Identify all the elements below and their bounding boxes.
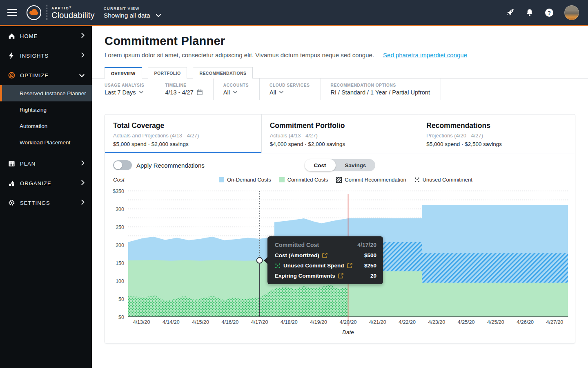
- svg-text:50: 50: [118, 296, 124, 302]
- help-icon[interactable]: ?: [545, 8, 554, 17]
- legend-committed-costs: Committed Costs: [279, 177, 328, 183]
- svg-text:4/26/20: 4/26/20: [517, 319, 534, 325]
- chart-tooltip: Committed Cost 4/17/20 Cost (Amortized) …: [267, 236, 383, 284]
- chevron-down-icon: [279, 91, 283, 94]
- tooltip-row-cost-amortized: Cost (Amortized) $500: [275, 252, 376, 258]
- filter-recommendation-options[interactable]: RECOMMENDATION OPTIONS RI / Standard / 1…: [321, 79, 441, 100]
- sidebar-item-workload-placement[interactable]: Workload Placement: [0, 134, 92, 150]
- svg-text:4/13/20: 4/13/20: [133, 319, 150, 325]
- svg-text:4/22/20: 4/22/20: [399, 319, 416, 325]
- chevron-right-icon: [81, 52, 85, 59]
- filter-cloud-services[interactable]: CLOUD SERVICES All: [260, 79, 321, 100]
- dots-swatch: [414, 177, 420, 182]
- page-description: Lorem ipsum dolor sit amet, consectetur …: [105, 52, 374, 58]
- svg-text:4/27/20: 4/27/20: [546, 319, 564, 325]
- sidebar-item-rightsizing[interactable]: Rightsizing: [0, 101, 92, 118]
- apply-recommendations-toggle[interactable]: [113, 160, 132, 170]
- home-icon: [8, 32, 15, 40]
- toggle-label: Apply Recommendations: [136, 162, 205, 169]
- external-link-icon[interactable]: [322, 253, 327, 258]
- tab-overview[interactable]: OVERVIEW: [105, 67, 142, 79]
- legend-row: Cost On-Demand Costs Committed Costs Com…: [105, 173, 575, 183]
- tab-recommendations[interactable]: RECOMMENDATIONS: [193, 67, 253, 79]
- legend-commit-recommendation: Commit Recommendation: [336, 177, 406, 183]
- segment-savings[interactable]: Savings: [336, 159, 376, 171]
- legend-unused-commitment: Unused Commitment: [414, 177, 472, 183]
- calendar-grid-icon: [8, 160, 15, 167]
- tooltip-date: 4/17/20: [357, 242, 376, 248]
- segment-cost[interactable]: Cost: [305, 159, 336, 171]
- page-title: Commitment Planner: [92, 34, 588, 48]
- card-commitment-portfolio[interactable]: Commitment Portfolio Actuals (4/13 - 4/2…: [262, 114, 419, 153]
- svg-text:4/25/20: 4/25/20: [458, 319, 475, 325]
- svg-text:300: 300: [116, 206, 124, 212]
- cloudability-logo: APPTIO® Cloudability: [26, 5, 95, 20]
- lightning-icon: [8, 52, 15, 59]
- tooltip-row-expiring-commitments: Expiring Commitments 20: [275, 273, 376, 279]
- svg-text:$0: $0: [118, 314, 124, 320]
- sidebar: HOME INSIGHTS OPTIMIZE Reserved Instance…: [0, 26, 92, 368]
- svg-text:200: 200: [116, 242, 124, 248]
- sidebar-item-label: INSIGHTS: [20, 53, 49, 59]
- sidebar-item-optimize[interactable]: OPTIMIZE: [0, 65, 92, 85]
- sidebar-item-settings[interactable]: SETTINGS: [0, 193, 92, 213]
- chevron-right-icon: [81, 180, 85, 186]
- gear-icon: [8, 199, 15, 206]
- user-avatar[interactable]: [564, 5, 579, 20]
- sidebar-item-automation[interactable]: Automation: [0, 118, 92, 134]
- svg-text:100: 100: [116, 278, 124, 284]
- svg-text:4/16/20: 4/16/20: [222, 319, 239, 325]
- solid-blue-swatch: [219, 177, 224, 182]
- svg-text:4/15/20: 4/15/20: [192, 319, 209, 325]
- filter-usage-analysis[interactable]: USAGE ANALYSIS Last 7 Days: [105, 79, 155, 100]
- svg-text:4/14/20: 4/14/20: [163, 319, 180, 325]
- chart-area[interactable]: $35030025020015010050$04/13/204/14/204/1…: [105, 183, 575, 343]
- shapes-icon: [8, 180, 15, 187]
- chart-legend: On-Demand Costs Committed Costs Commit R…: [219, 177, 472, 183]
- sidebar-item-insights[interactable]: INSIGHTS: [0, 46, 92, 65]
- sidebar-item-label: HOME: [20, 33, 38, 39]
- svg-text:250: 250: [116, 224, 124, 230]
- filter-accounts[interactable]: ACCOUNTS All: [214, 79, 260, 100]
- rocket-icon[interactable]: [506, 8, 514, 17]
- tab-portfolio[interactable]: PORTFOLIO: [148, 67, 187, 79]
- description-link[interactable]: Sed pharetra imperdiet congue: [383, 52, 467, 58]
- chevron-down-icon: [79, 72, 85, 79]
- current-view-value: Showing all data: [104, 12, 150, 19]
- chevron-right-icon: [81, 160, 85, 167]
- menu-icon[interactable]: [7, 9, 17, 16]
- card-recommendations[interactable]: Recommendations Projections (4/20 - 4/27…: [418, 114, 575, 153]
- chevron-right-icon: [81, 33, 85, 39]
- filter-timeline[interactable]: TIMELINE 4/13 - 4/27: [155, 79, 213, 100]
- summary-cards: Total Coverage Actuals and Projections (…: [105, 114, 575, 153]
- external-link-icon[interactable]: [338, 273, 343, 278]
- solid-green-swatch: [279, 177, 285, 182]
- sidebar-item-home[interactable]: HOME: [0, 26, 92, 46]
- svg-text:4/20/20: 4/20/20: [340, 319, 357, 325]
- sidebar-item-organize[interactable]: ORGANIZE: [0, 173, 92, 193]
- brand-small: APPTIO: [51, 6, 69, 10]
- chevron-down-icon: [139, 91, 143, 94]
- main-content: Commitment Planner Lorem ipsum dolor sit…: [92, 26, 588, 368]
- svg-text:150: 150: [116, 260, 124, 266]
- hatch-swatch: [336, 177, 342, 183]
- chevron-right-icon: [81, 200, 85, 206]
- card-total-coverage[interactable]: Total Coverage Actuals and Projections (…: [105, 114, 262, 153]
- logo-divider: [47, 5, 47, 20]
- cost-savings-switcher: Cost Savings: [305, 159, 376, 171]
- tooltip-row-unused-commit-spend: Unused Commit Spend $250: [275, 263, 376, 269]
- brand-mark: ®: [69, 6, 72, 8]
- sidebar-item-plan[interactable]: PLAN: [0, 154, 92, 173]
- brand-product: Cloudability: [51, 11, 95, 19]
- cloud-logo-icon: [26, 5, 42, 20]
- chart-controls: Apply Recommendations Cost Savings: [105, 153, 575, 173]
- sidebar-item-label: PLAN: [20, 161, 36, 167]
- external-link-icon[interactable]: [347, 263, 352, 268]
- svg-text:Date: Date: [342, 329, 354, 335]
- notifications-bell-icon[interactable]: [525, 8, 534, 17]
- coverage-panel: Total Coverage Actuals and Projections (…: [105, 114, 575, 343]
- tooltip-title: Committed Cost: [275, 242, 319, 248]
- sidebar-item-reserved-instance-planner[interactable]: Reserved Instance Planner: [0, 85, 92, 101]
- chevron-down-icon: [156, 14, 161, 17]
- current-view-selector[interactable]: CURRENT VIEW Showing all data: [104, 6, 161, 19]
